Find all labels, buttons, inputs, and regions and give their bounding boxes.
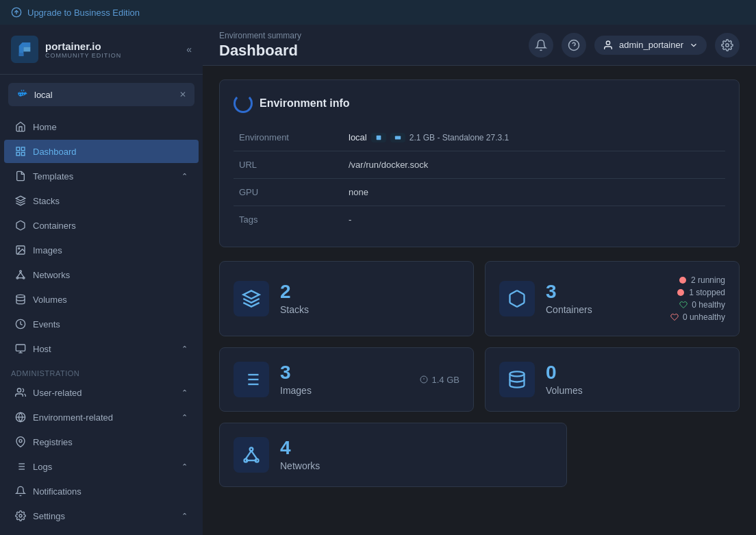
user-related-arrow-icon: ⌃ <box>181 388 188 397</box>
notifications-label: Notifications <box>33 486 81 497</box>
logo-text: portainer.io <box>45 40 121 52</box>
notifications-button[interactable] <box>529 33 553 58</box>
nav-volumes[interactable]: Volumes <box>4 288 199 311</box>
nav-logs[interactable]: Logs ⌃ <box>4 455 199 478</box>
nav-environment-related[interactable]: Environment-related ⌃ <box>4 406 199 429</box>
breadcrumb: Environment summary <box>219 31 301 40</box>
help-icon <box>568 39 580 51</box>
bell-icon <box>535 39 547 51</box>
environment-selector[interactable]: local ✕ <box>8 83 194 106</box>
env-label-tags: Tags <box>234 206 343 234</box>
settings-label: Settings <box>33 511 65 521</box>
svg-rect-38 <box>395 136 401 139</box>
main-content: Environment summary Dashboard admin_port… <box>203 25 756 535</box>
svg-point-10 <box>18 248 20 249</box>
help-button[interactable] <box>562 33 586 58</box>
images-stat-card[interactable]: 3 Images 1.4 GB <box>219 347 474 412</box>
table-row: URL /var/run/docker.sock <box>234 151 725 179</box>
networks-stat-card[interactable]: 4 Networks <box>219 423 567 487</box>
env-info-card: Environment info Environment local <box>219 79 740 247</box>
svg-line-54 <box>246 451 251 459</box>
networks-label: Networks <box>33 270 70 280</box>
svg-line-14 <box>17 273 21 277</box>
networks-stat-content: 4 Networks <box>280 438 553 471</box>
env-name-label: local <box>34 90 53 100</box>
nav-settings[interactable]: Settings ⌃ <box>4 504 199 527</box>
events-icon <box>15 319 26 329</box>
logo-area: portainer.io COMMUNITY EDITION « <box>0 25 203 75</box>
docker-icon <box>16 88 29 101</box>
volumes-icon <box>15 294 26 305</box>
running-count: 2 running <box>691 275 725 285</box>
admin-section-label: Administration <box>0 361 203 380</box>
events-label: Events <box>33 319 60 329</box>
unhealthy-detail: 0 unhealthy <box>670 312 725 322</box>
env-local-name: local <box>349 132 367 142</box>
notifications-icon <box>15 486 26 497</box>
dashboard-icon <box>15 146 26 157</box>
nav-registries[interactable]: Registries <box>4 430 199 453</box>
stacks-stat-card[interactable]: 2 Stacks <box>219 261 474 336</box>
svg-point-32 <box>19 514 22 517</box>
nav-networks[interactable]: Networks <box>4 263 199 286</box>
memory-icon <box>394 134 401 141</box>
nav-containers[interactable]: Containers <box>4 214 199 237</box>
environment-related-label: Environment-related <box>33 412 113 423</box>
logo-sub: COMMUNITY EDITION <box>45 52 121 59</box>
portainer-logo <box>11 36 38 63</box>
env-close-button[interactable]: ✕ <box>179 90 186 99</box>
user-icon <box>603 40 614 51</box>
networks-count: 4 <box>280 438 553 458</box>
collapse-sidebar-button[interactable]: « <box>186 44 192 55</box>
svg-point-40 <box>679 277 686 284</box>
env-value-tags: - <box>343 206 725 234</box>
upgrade-label: Upgrade to Business Edition <box>27 8 140 18</box>
nav-stacks[interactable]: Stacks <box>4 189 199 212</box>
env-label-url: URL <box>234 151 343 179</box>
nav-notifications[interactable]: Notifications <box>4 480 199 503</box>
stacks-stat-content: 2 Stacks <box>280 282 459 315</box>
registry-icon <box>15 436 26 447</box>
svg-point-51 <box>250 448 253 451</box>
settings-header-button[interactable] <box>715 33 740 58</box>
env-memory-badge <box>390 133 405 142</box>
loading-icon <box>234 94 253 113</box>
images-size: 1.4 GB <box>432 375 459 385</box>
nav-user-related[interactable]: User-related ⌃ <box>4 381 199 404</box>
user-menu-button[interactable]: admin_portainer <box>594 36 707 55</box>
networks-stat-icon <box>242 445 261 464</box>
env-card-title-text: Environment info <box>260 97 350 110</box>
nav-events[interactable]: Events <box>4 312 199 336</box>
upgrade-banner[interactable]: Upgrade to Business Edition <box>0 0 756 25</box>
volumes-stat-card[interactable]: 0 Volumes <box>485 347 740 412</box>
nav-images[interactable]: Images <box>4 238 199 262</box>
nav-home[interactable]: Home <box>4 115 199 138</box>
main-header: Environment summary Dashboard admin_port… <box>203 25 756 66</box>
svg-point-11 <box>20 271 22 273</box>
containers-icon <box>15 220 26 231</box>
table-row: Environment local 2.1 GB - Standal <box>234 124 725 151</box>
nav-host[interactable]: Host ⌃ <box>4 337 199 360</box>
disk-icon <box>420 375 428 384</box>
nav-templates[interactable]: Templates ⌃ <box>4 164 199 188</box>
volumes-stat-icon <box>507 370 527 389</box>
unhealthy-count: 0 unhealthy <box>683 312 725 322</box>
env-value-environment: local 2.1 GB - Standalone 27.3.1 <box>349 132 720 142</box>
stopped-count: 1 stopped <box>689 288 725 297</box>
settings-icon <box>15 510 26 521</box>
containers-icon-wrap <box>499 281 535 316</box>
svg-rect-6 <box>21 152 25 155</box>
containers-stat-card[interactable]: 3 Containers 2 running 1 stopped <box>485 261 740 336</box>
volumes-stat-content: 0 Volumes <box>546 363 725 396</box>
images-size-detail: 1.4 GB <box>420 375 459 385</box>
networks-label: Networks <box>280 460 553 471</box>
unhealthy-icon <box>670 313 679 321</box>
table-row: Tags - <box>234 206 725 234</box>
registries-label: Registries <box>33 437 73 447</box>
stacks-icon <box>15 195 26 206</box>
env-label-gpu: GPU <box>234 179 343 206</box>
svg-line-55 <box>251 451 257 459</box>
stopped-icon <box>677 288 685 297</box>
nav-dashboard[interactable]: Dashboard <box>4 140 199 163</box>
volumes-count: 0 <box>546 363 725 382</box>
